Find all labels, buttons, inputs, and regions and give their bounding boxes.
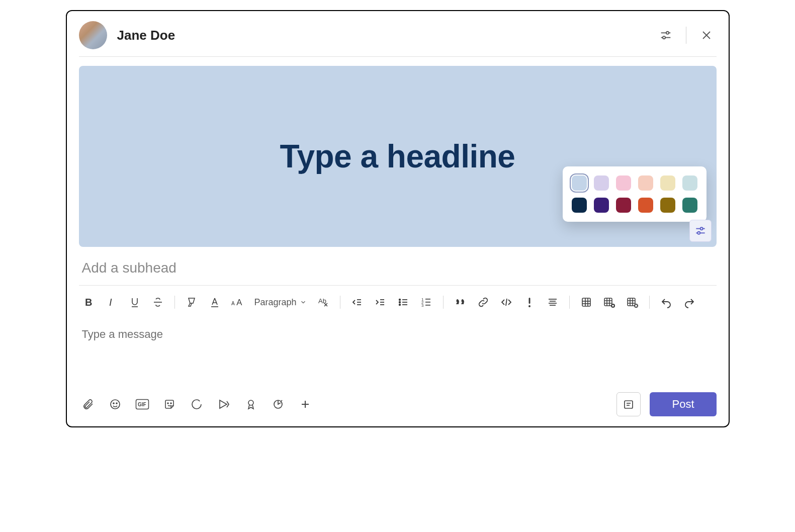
svg-point-7 [700, 227, 702, 230]
color-swatch[interactable] [638, 198, 653, 213]
svg-rect-34 [425, 302, 430, 303]
svg-rect-35 [425, 305, 430, 306]
font-size-button[interactable]: AA [228, 293, 247, 312]
color-swatch[interactable] [682, 198, 697, 213]
close-icon[interactable] [696, 25, 717, 45]
avatar [79, 21, 107, 49]
svg-rect-56 [628, 298, 635, 306]
highlight-button[interactable] [182, 293, 201, 312]
bullet-list-button[interactable] [394, 293, 413, 312]
color-swatch[interactable] [616, 198, 631, 213]
svg-point-72 [248, 400, 253, 405]
stream-icon[interactable] [215, 395, 233, 413]
approvals-icon[interactable] [242, 395, 260, 413]
svg-point-64 [111, 400, 120, 409]
decrease-indent-button[interactable] [347, 293, 367, 312]
header-controls [656, 25, 717, 45]
viva-icon[interactable] [269, 395, 287, 413]
message-input[interactable]: Type a message [79, 319, 717, 389]
quote-button[interactable] [451, 293, 470, 312]
svg-point-65 [113, 403, 114, 404]
separator [649, 296, 650, 309]
svg-point-1 [666, 32, 668, 34]
svg-text:GIF: GIF [138, 402, 146, 407]
paragraph-style-dropdown[interactable]: Paragraph [251, 297, 310, 308]
svg-rect-43 [582, 298, 590, 306]
separator [569, 296, 570, 309]
headline-input[interactable]: Type a headline [280, 138, 515, 175]
italic-button[interactable]: I [102, 293, 121, 312]
color-swatch[interactable] [682, 175, 697, 191]
separator [443, 296, 444, 309]
svg-point-26 [399, 304, 400, 306]
post-button[interactable]: Post [650, 392, 716, 416]
color-swatch[interactable] [638, 175, 653, 191]
svg-line-36 [506, 299, 507, 306]
paragraph-label: Paragraph [254, 297, 297, 308]
svg-point-70 [170, 403, 171, 404]
bold-button[interactable]: B [79, 293, 98, 312]
post-options-icon[interactable] [656, 25, 676, 45]
svg-point-38 [528, 305, 531, 307]
font-color-button[interactable] [205, 293, 224, 312]
formatting-toolbar: B I AA Paragraph Ab 123 [79, 286, 717, 319]
banner-settings-icon[interactable] [689, 220, 712, 242]
announcement-banner-wrap: Type a headline [79, 66, 717, 247]
subhead-input[interactable]: Add a subhead [79, 258, 717, 286]
more-apps-icon[interactable] [296, 395, 314, 413]
separator [340, 296, 340, 309]
svg-text:I: I [109, 297, 112, 308]
svg-text:B: B [85, 297, 92, 308]
color-palette [563, 166, 706, 222]
undo-button[interactable] [657, 293, 676, 312]
color-swatch[interactable] [572, 175, 587, 191]
composer-header: Jane Doe [79, 21, 717, 57]
color-swatch[interactable] [660, 198, 675, 213]
redo-button[interactable] [680, 293, 699, 312]
add-row-button[interactable] [600, 293, 619, 312]
svg-point-3 [662, 36, 665, 39]
svg-rect-48 [604, 298, 612, 306]
delete-row-button[interactable] [623, 293, 642, 312]
important-button[interactable] [520, 293, 539, 312]
svg-text:A: A [236, 298, 242, 307]
svg-point-24 [399, 299, 400, 301]
color-swatch[interactable] [660, 175, 675, 191]
underline-button[interactable] [125, 293, 144, 312]
code-button[interactable] [497, 293, 516, 312]
loop-icon[interactable] [188, 395, 206, 413]
svg-rect-37 [528, 298, 530, 304]
composer-footer: GIF Post [79, 389, 717, 416]
color-swatch[interactable] [594, 175, 609, 191]
svg-marker-71 [220, 400, 227, 408]
conversation-composer: Jane Doe Type a headline [66, 10, 730, 427]
chevron-down-icon [300, 299, 307, 306]
svg-text:A: A [231, 301, 235, 306]
color-swatch[interactable] [594, 198, 609, 213]
strikethrough-button[interactable] [148, 293, 167, 312]
paragraph-direction-button[interactable] [543, 293, 562, 312]
color-swatch[interactable] [616, 175, 631, 191]
svg-point-25 [399, 302, 400, 303]
author-name: Jane Doe [117, 28, 175, 43]
link-button[interactable] [474, 293, 493, 312]
divider [686, 27, 686, 44]
numbered-list-button[interactable]: 123 [417, 293, 436, 312]
svg-point-9 [697, 232, 700, 234]
schedule-send-button[interactable] [616, 392, 641, 416]
attach-file-icon[interactable] [79, 395, 97, 413]
svg-text:3: 3 [421, 303, 424, 308]
sticker-icon[interactable] [160, 395, 179, 413]
gif-icon[interactable]: GIF [133, 395, 151, 413]
insert-table-button[interactable] [577, 293, 596, 312]
increase-indent-button[interactable] [371, 293, 390, 312]
color-swatch[interactable] [572, 198, 587, 213]
svg-point-69 [167, 403, 168, 404]
clear-formatting-button[interactable]: Ab [314, 293, 333, 312]
svg-rect-76 [625, 401, 633, 408]
emoji-icon[interactable] [106, 395, 124, 413]
svg-rect-33 [425, 299, 430, 300]
svg-point-66 [116, 403, 117, 404]
separator [174, 296, 175, 309]
